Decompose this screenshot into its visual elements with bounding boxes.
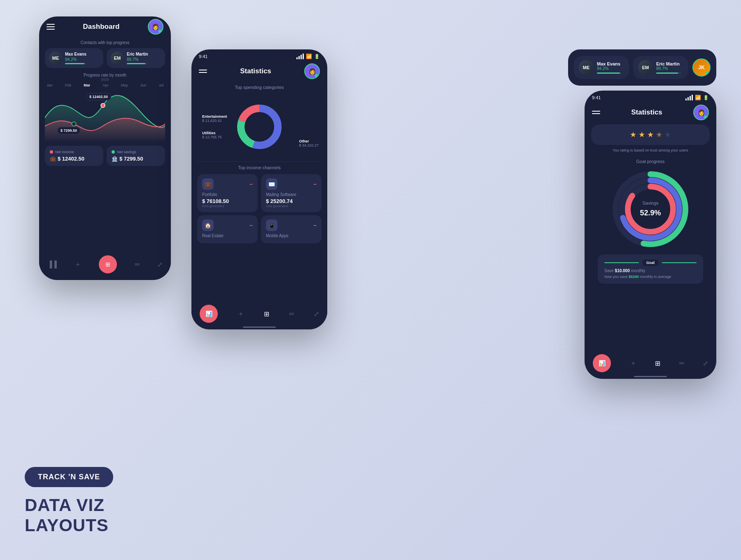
channel-realestate[interactable]: 🏠 – Real Estate: [197, 215, 258, 243]
contact-avatar-1: ME: [49, 51, 62, 65]
month-labels: Jan Feb Mar Apr May Jun Jul: [45, 83, 165, 87]
savings-card: Net savings 🏦 $ 7299.50: [107, 146, 165, 166]
contact-card-1[interactable]: ME Max Evans 94.2%: [45, 48, 103, 68]
time-4: 9:41: [592, 95, 601, 100]
income-card-net: Net income 💼 $ 12402.50: [45, 146, 103, 166]
strip-face-3: JK: [693, 59, 710, 76]
strip-contact-2[interactable]: EM Eric Martin 89.7%: [633, 56, 688, 79]
nav-expand-2[interactable]: ⤢: [314, 310, 319, 318]
wave-chart: $ 12402.50 $ 7299.50: [45, 89, 165, 142]
price-bubble-bottom: $ 7299.50: [57, 127, 80, 134]
track-n-save-label: TRACK 'N SAVE: [38, 473, 100, 481]
briefcase-icon: 💼: [50, 156, 56, 162]
star-3: ★: [647, 130, 654, 139]
track-n-save-button[interactable]: TRACK 'N SAVE: [25, 467, 113, 487]
menu-icon-4[interactable]: [592, 111, 600, 114]
user-avatar[interactable]: 👩: [148, 19, 163, 35]
nav-chart-icon[interactable]: ▐▐: [47, 261, 57, 268]
goal-badge: Goal: [642, 259, 659, 266]
mobileapps-minus: –: [313, 222, 317, 229]
nav-minus-2[interactable]: ═: [289, 310, 294, 317]
phone1-header: Dashboard 👩: [39, 16, 171, 39]
channel-mobileapps[interactable]: 📱 – Mobile Apps: [261, 215, 322, 243]
phone4-title: Statistics: [631, 108, 662, 117]
utilities-val: $ 12,765.75: [202, 135, 222, 139]
channel-cards: 💼 – Portfolio $ 76108.50 total generated…: [197, 174, 322, 243]
spending-section: Top spending categories: [191, 83, 327, 161]
time-2: 9:41: [199, 54, 207, 59]
page-wrapper: Dashboard 👩 Contacts with top progress M…: [0, 0, 741, 560]
goal-save-amount: $10.000: [615, 268, 630, 273]
star-rating-container: ★ ★ ★ ★ ★: [591, 124, 710, 145]
net-income-label: Net income: [55, 150, 74, 154]
phone2-title: Statistics: [240, 67, 271, 75]
contact-card-2[interactable]: EM Eric Martin 89.7%: [107, 48, 165, 68]
status-icons-2: 📶 🔋: [296, 54, 320, 59]
realestate-icon: 🏠: [202, 219, 214, 231]
mobileapps-name: Mobile Apps: [266, 233, 317, 238]
menu-icon-2[interactable]: [199, 70, 207, 73]
net-savings-dot: [112, 150, 115, 154]
portfolio-icon: 💼: [202, 178, 214, 190]
star-5: ★: [664, 130, 671, 139]
wifi-icon-4: 📶: [695, 95, 701, 100]
strip-contact-1[interactable]: ME Max Evans 94.2%: [574, 56, 629, 79]
menu-icon[interactable]: [47, 24, 55, 30]
goal-section: Goal progress: [585, 156, 716, 287]
nav-fab-button[interactable]: ⊞: [99, 255, 117, 273]
channel-mobileapps-header: 📱 –: [266, 219, 317, 231]
other-val: $ 34,102.27: [299, 143, 319, 147]
status-bar-4: 9:41 📶 🔋: [585, 91, 716, 102]
contact-progress-bar-1: [65, 63, 86, 64]
channel-portfolio[interactable]: 💼 – Portfolio $ 76108.50 total generated: [197, 174, 258, 212]
nav-grid-4[interactable]: ⊞: [655, 359, 660, 367]
contact-info-1: Max Evans 94.2%: [65, 52, 86, 64]
phone4-bottom-nav: 📊 ＋ ⊞ ═ ⤢: [585, 350, 716, 379]
income-channels: Top income channels 💼 – Portfolio $ 7610…: [191, 162, 327, 247]
contact-cards: ME Max Evans 94.2% EM: [45, 48, 165, 68]
goal-line-right: [662, 262, 697, 263]
contact-name-2: Eric Martin: [127, 52, 148, 56]
nav-plus-2[interactable]: ＋: [238, 310, 244, 318]
phone1-bottom-nav: ▐▐ ＋ ⊞ ═ ⤢: [39, 251, 171, 280]
mailing-sublabel: total generated: [266, 204, 317, 208]
phone1-title: Dashboard: [83, 23, 120, 31]
contacts-strip: ME Max Evans 94.2% EM Eric Martin 89.7%: [568, 49, 716, 86]
nav-plus-icon[interactable]: ＋: [75, 260, 81, 269]
contact-progress-fill-2: [127, 63, 145, 64]
mailing-minus: –: [313, 181, 317, 187]
month-jul: Jul: [158, 83, 163, 87]
phone2-bottom-nav: 📊 ＋ ⊞ ═ ⤢: [191, 301, 327, 329]
net-income-value: $ 12402.50: [58, 156, 84, 162]
goal-now-amount: $5290: [629, 275, 639, 279]
phone4-header: Statistics 👩: [585, 102, 716, 124]
nav-expand-icon[interactable]: ⤢: [157, 261, 163, 268]
rating-desc: You rating is based on trust among your …: [585, 148, 716, 152]
net-savings-label: Net savings: [117, 150, 136, 154]
strip-name-2: Eric Martin: [656, 61, 681, 66]
nav-minus-4[interactable]: ═: [679, 359, 684, 367]
portfolio-value: $ 76108.50: [202, 198, 253, 204]
nav-fab-4[interactable]: 📊: [593, 354, 611, 372]
savings-value: 52.9%: [640, 205, 661, 218]
nav-fab-2[interactable]: 📊: [200, 305, 218, 323]
other-name: Other: [299, 139, 319, 143]
user-avatar-4[interactable]: 👩: [693, 105, 709, 120]
nav-plus-4[interactable]: ＋: [630, 359, 636, 368]
data-viz-line2: LAYOUTS: [25, 516, 109, 535]
channel-mailing[interactable]: ✉️ – Mailing Software $ 25200.74 total g…: [261, 174, 322, 212]
contact-progress-bar-2: [127, 63, 147, 64]
user-avatar-2[interactable]: 👩: [304, 63, 320, 79]
nav-grid-2[interactable]: ⊞: [264, 310, 269, 318]
nav-minus-icon[interactable]: ═: [135, 261, 139, 268]
contact-name-1: Max Evans: [65, 52, 86, 56]
strip-pct-1: 94.2%: [597, 66, 622, 71]
strip-progress-1: [597, 72, 622, 74]
strip-avatar-3: JK: [692, 58, 711, 77]
chart-dot-top: [101, 103, 105, 107]
chart-dot-bottom: [72, 122, 76, 126]
month-jan: Jan: [47, 83, 53, 87]
goal-card: Goal Save $10.000 monthly Now you save $…: [598, 254, 703, 284]
nav-expand-4[interactable]: ⤢: [703, 359, 708, 367]
month-may: May: [121, 83, 128, 87]
